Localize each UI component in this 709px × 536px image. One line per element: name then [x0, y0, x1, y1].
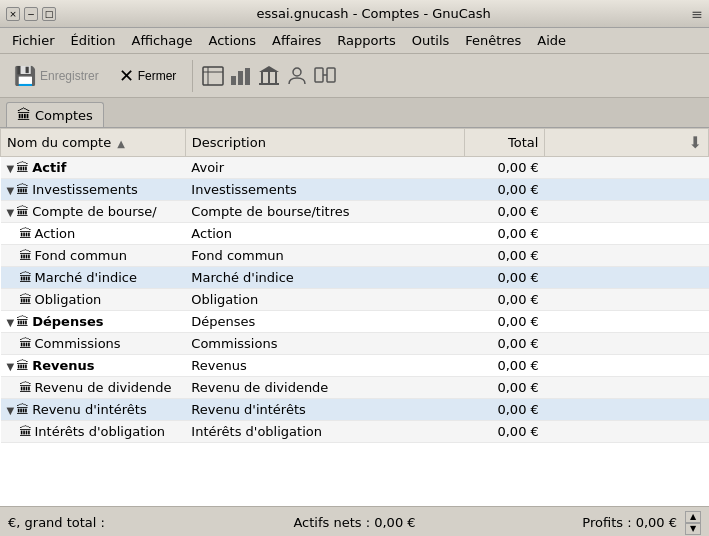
menu-rapports[interactable]: Rapports [329, 31, 403, 50]
tree-collapse-icon[interactable]: ▼ [7, 361, 15, 372]
account-type-icon: 🏛 [16, 314, 29, 329]
toolbar: 💾 Enregistrer ✕ Fermer [0, 54, 709, 98]
menu-fenetres[interactable]: Fenêtres [457, 31, 529, 50]
table-row[interactable]: 🏛ObligationObligation0,00 € [1, 289, 709, 311]
save-icon: 💾 [14, 65, 36, 87]
account-type-icon: 🏛 [19, 226, 32, 241]
account-name-text: Compte de bourse/ [32, 204, 157, 219]
account-desc-cell: Revenus [185, 355, 465, 377]
account-name-text: Action [35, 226, 76, 241]
account-desc-cell: Intérêts d'obligation [185, 421, 465, 443]
menu-affichage[interactable]: Affichage [123, 31, 200, 50]
table-row[interactable]: ▼🏛InvestissementsInvestissements0,00 € [1, 179, 709, 201]
enregistrer-button: 💾 Enregistrer [6, 61, 107, 91]
account-name-cell: ▼🏛Investissements [1, 179, 186, 201]
sort-arrow-icon: ▲ [117, 138, 125, 149]
account-total-cell: 0,00 € [465, 421, 545, 443]
account-extra-cell [545, 267, 709, 289]
tab-comptes[interactable]: 🏛 Comptes [6, 102, 104, 127]
table-row[interactable]: 🏛Marché d'indiceMarché d'indice0,00 € [1, 267, 709, 289]
menu-icon[interactable]: ≡ [691, 6, 703, 22]
account-total-cell: 0,00 € [465, 377, 545, 399]
svg-rect-10 [259, 83, 279, 85]
svg-rect-4 [238, 71, 243, 85]
toolbar-separator [192, 60, 193, 92]
accounts-table: Nom du compte ▲ Description Total ⬇ [0, 128, 709, 443]
account-desc-cell: Investissements [185, 179, 465, 201]
account-name-cell: 🏛Fond commun [1, 245, 186, 267]
table-row[interactable]: 🏛Fond communFond commun0,00 € [1, 245, 709, 267]
col-header-total[interactable]: Total [465, 129, 545, 157]
close-button[interactable]: × [6, 7, 20, 21]
menu-aide[interactable]: Aide [529, 31, 574, 50]
table-row[interactable]: 🏛ActionAction0,00 € [1, 223, 709, 245]
close-x-icon: ✕ [119, 65, 134, 87]
table-row[interactable]: 🏛Revenu de dividendeRevenu de dividende0… [1, 377, 709, 399]
spinner-down[interactable]: ▼ [685, 523, 701, 535]
account-total-cell: 0,00 € [465, 223, 545, 245]
table-row[interactable]: 🏛CommissionsCommissions0,00 € [1, 333, 709, 355]
statusbar: €, grand total : Actifs nets : 0,00 € Pr… [0, 506, 709, 536]
bank-icon[interactable] [257, 64, 281, 88]
menu-edition[interactable]: Édition [63, 31, 124, 50]
account-type-icon: 🏛 [16, 358, 29, 373]
tree-collapse-icon[interactable]: ▼ [7, 185, 15, 196]
account-total-cell: 0,00 € [465, 311, 545, 333]
table-row[interactable]: 🏛Intérêts d'obligationIntérêts d'obligat… [1, 421, 709, 443]
account-name-cell: 🏛Revenu de dividende [1, 377, 186, 399]
account-name-cell: ▼🏛Actif [1, 157, 186, 179]
account-extra-cell [545, 355, 709, 377]
account-name-text: Obligation [35, 292, 102, 307]
svg-rect-13 [327, 68, 335, 82]
svg-rect-7 [261, 72, 263, 83]
svg-rect-8 [268, 72, 270, 83]
tree-collapse-icon[interactable]: ▼ [7, 163, 15, 174]
transfer-icon[interactable] [313, 64, 337, 88]
account-desc-cell: Revenu de dividende [185, 377, 465, 399]
account-extra-cell [545, 421, 709, 443]
tree-collapse-icon[interactable]: ▼ [7, 207, 15, 218]
col-header-desc[interactable]: Description [185, 129, 465, 157]
menu-actions[interactable]: Actions [201, 31, 265, 50]
account-extra-cell [545, 377, 709, 399]
menu-fichier[interactable]: Fichier [4, 31, 63, 50]
account-extra-cell [545, 179, 709, 201]
titlebar-controls: × − □ [6, 7, 56, 21]
fermer-button[interactable]: ✕ Fermer [111, 61, 185, 91]
account-name-text: Marché d'indice [35, 270, 137, 285]
account-name-text: Revenus [32, 358, 94, 373]
spinner-up[interactable]: ▲ [685, 511, 701, 523]
col-header-name[interactable]: Nom du compte ▲ [1, 129, 186, 157]
list-icon[interactable] [201, 64, 225, 88]
account-name-cell: ▼🏛Compte de bourse/ [1, 201, 186, 223]
account-name-cell: ▼🏛Revenu d'intérêts [1, 399, 186, 421]
maximize-button[interactable]: □ [42, 7, 56, 21]
tree-collapse-icon[interactable]: ▼ [7, 405, 15, 416]
table-row[interactable]: ▼🏛RevenusRevenus0,00 € [1, 355, 709, 377]
account-icon[interactable] [285, 64, 309, 88]
account-name-cell: ▼🏛Revenus [1, 355, 186, 377]
svg-rect-0 [203, 67, 223, 85]
chart-icon[interactable] [229, 64, 253, 88]
table-row[interactable]: ▼🏛Revenu d'intérêtsRevenu d'intérêts0,00… [1, 399, 709, 421]
account-desc-cell: Dépenses [185, 311, 465, 333]
account-total-cell: 0,00 € [465, 179, 545, 201]
tree-collapse-icon[interactable]: ▼ [7, 317, 15, 328]
statusbar-actifs: Actifs nets : 0,00 € [242, 515, 468, 530]
account-name-text: Actif [32, 160, 66, 175]
statusbar-spinner[interactable]: ▲ ▼ [685, 511, 701, 535]
menu-outils[interactable]: Outils [404, 31, 458, 50]
account-type-icon: 🏛 [16, 160, 29, 175]
account-name-text: Investissements [32, 182, 138, 197]
table-row[interactable]: ▼🏛ActifAvoir0,00 € [1, 157, 709, 179]
download-icon: ⬇ [689, 133, 702, 152]
account-desc-cell: Action [185, 223, 465, 245]
minimize-button[interactable]: − [24, 7, 38, 21]
menu-affaires[interactable]: Affaires [264, 31, 329, 50]
accounts-scroll[interactable]: Nom du compte ▲ Description Total ⬇ [0, 128, 709, 506]
table-row[interactable]: ▼🏛DépensesDépenses0,00 € [1, 311, 709, 333]
account-name-cell: 🏛Commissions [1, 333, 186, 355]
account-name-cell: 🏛Action [1, 223, 186, 245]
table-row[interactable]: ▼🏛Compte de bourse/Compte de bourse/titr… [1, 201, 709, 223]
account-extra-cell [545, 245, 709, 267]
